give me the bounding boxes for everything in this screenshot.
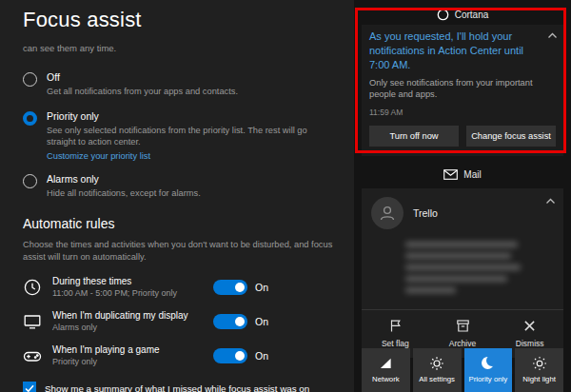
cortana-icon [437, 9, 449, 21]
quick-actions-row: Network All settings Priority only Night… [362, 348, 563, 392]
rule-title: When I'm playing a game [52, 344, 213, 355]
automatic-rules-heading: Automatic rules [23, 216, 335, 231]
focus-mode-options: Off Get all notifications from your apps… [23, 71, 335, 199]
automatic-rules-list: During these times 11:00 AM - 5:00 PM; P… [23, 276, 272, 366]
chevron-up-icon[interactable] [545, 198, 556, 205]
redacted-text-line [405, 242, 518, 247]
settings-pane: Focus assist can see them any time. Off … [0, 0, 354, 392]
cortana-group-label: Cortana [455, 10, 489, 20]
action-label: Dismiss [516, 339, 544, 348]
rule-title: During these times [52, 276, 213, 286]
windows-focus-assist-screen: Focus assist can see them any time. Off … [0, 0, 571, 392]
redacted-text-line [405, 253, 511, 259]
option-desc-off: Get all notifications from your apps and… [47, 86, 238, 98]
tile-label: Night light [522, 375, 556, 383]
toggle-state-label: On [255, 350, 272, 362]
rule-title: When I'm duplicating my display [52, 310, 213, 321]
option-label-priority: Priority only [47, 110, 332, 122]
summary-checkbox-label: Show me a summary of what I missed while… [45, 383, 309, 392]
rule-subtitle: Alarms only [52, 323, 213, 332]
radio-priority-only[interactable] [23, 111, 37, 126]
notification-body: Only see notifications from your importa… [369, 77, 548, 101]
dismiss-icon [522, 319, 537, 333]
flag-icon [388, 319, 403, 333]
rule-duplicating-display[interactable]: When I'm duplicating my display Alarms o… [23, 310, 272, 332]
person-icon [378, 204, 397, 223]
redacted-message-preview [362, 233, 563, 303]
mail-group-header[interactable]: Mail [362, 165, 563, 186]
radio-option-off[interactable]: Off Get all notifications from your apps… [23, 71, 335, 98]
change-focus-assist-button[interactable]: Change focus assist [466, 126, 556, 147]
check-icon [25, 384, 34, 392]
tile-label: All settings [419, 375, 455, 383]
page-title: Focus assist [23, 8, 335, 32]
option-desc-priority: See only selected notifications from the… [47, 125, 332, 148]
rule-subtitle: Priority only [52, 357, 213, 366]
action-label: Set flag [382, 339, 409, 348]
notification-timestamp: 11:59 AM [369, 108, 556, 117]
quick-action-all-settings[interactable]: All settings [413, 348, 462, 392]
mail-icon [443, 169, 458, 180]
summary-checkbox-row[interactable]: Show me a summary of what I missed while… [23, 382, 335, 392]
night-light-icon [532, 355, 547, 371]
radio-option-priority-only[interactable]: Priority only See only selected notifica… [23, 110, 335, 161]
toggle-playing-game[interactable] [213, 348, 247, 363]
toggle-state-label: On [255, 282, 272, 293]
quick-action-night-light[interactable]: Night light [515, 348, 563, 392]
rule-playing-game[interactable]: When I'm playing a game Priority only On [23, 344, 272, 366]
toggle-during-these-times[interactable] [213, 280, 247, 295]
quick-action-network[interactable]: Network [362, 348, 410, 392]
mail-group-label: Mail [463, 169, 481, 180]
action-center-panel: Cortana As you requested, I'll hold your… [354, 0, 571, 392]
radio-off[interactable] [23, 72, 37, 87]
redacted-text-line [405, 287, 456, 293]
customize-priority-list-link[interactable]: Customize your priority list [47, 151, 332, 161]
mail-notification-card[interactable]: Trello Set flag Archive [362, 188, 563, 358]
cortana-group-header[interactable]: Cortana [362, 4, 563, 25]
network-signal-icon [379, 355, 393, 371]
mail-group: Mail Trello [362, 165, 563, 358]
option-desc-alarms: Hide all notifications, except for alarm… [47, 187, 201, 200]
intro-text: can see them any time. [23, 43, 335, 53]
redacted-text-line [405, 276, 507, 282]
tile-label: Priority only [469, 375, 508, 383]
monitor-icon [23, 312, 44, 331]
gear-icon [429, 355, 444, 371]
tile-label: Network [372, 375, 400, 383]
option-label-off: Off [47, 71, 238, 83]
toggle-duplicating-display[interactable] [213, 314, 247, 329]
action-label: Archive [449, 339, 476, 348]
automatic-rules-description: Choose the times and activities when you… [23, 239, 335, 264]
gamepad-icon [23, 346, 44, 365]
cortana-notification-card[interactable]: As you requested, I'll hold your notific… [362, 25, 563, 156]
redacted-text-line [405, 265, 521, 270]
toggle-state-label: On [255, 316, 272, 327]
radio-alarms-only[interactable] [23, 174, 37, 188]
option-label-alarms: Alarms only [47, 173, 201, 185]
quick-action-priority-only[interactable]: Priority only [464, 348, 513, 392]
moon-icon [481, 355, 496, 371]
clock-icon [23, 278, 44, 297]
avatar [371, 197, 404, 229]
archive-icon [456, 319, 470, 333]
chevron-up-icon[interactable] [547, 32, 558, 39]
rule-during-these-times[interactable]: During these times 11:00 AM - 5:00 PM; P… [23, 276, 272, 298]
rule-subtitle: 11:00 AM - 5:00 PM; Priority only [52, 288, 213, 298]
turn-off-now-button[interactable]: Turn off now [369, 126, 459, 147]
notification-title: As you requested, I'll hold your notific… [369, 29, 542, 72]
summary-checkbox[interactable] [23, 382, 36, 392]
radio-option-alarms-only[interactable]: Alarms only Hide all notifications, exce… [23, 173, 335, 200]
notification-sender: Trello [413, 207, 438, 219]
